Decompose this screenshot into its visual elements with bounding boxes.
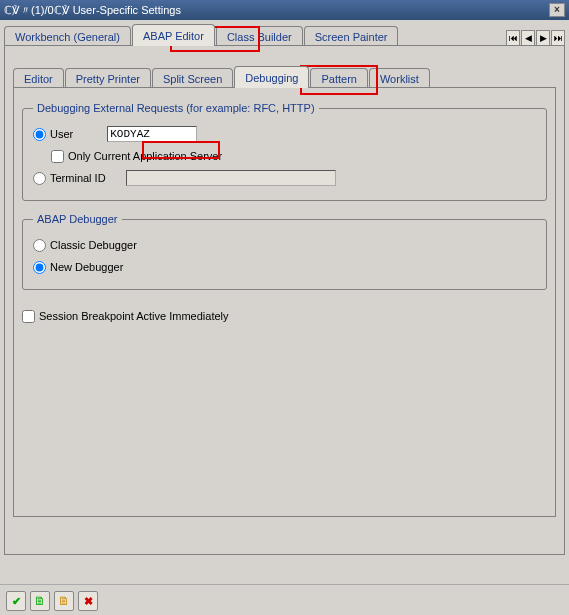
radio-new-debugger[interactable]	[33, 261, 46, 274]
checkbox-session-breakpoint[interactable]	[22, 310, 35, 323]
radio-classic-debugger[interactable]	[33, 239, 46, 252]
cancel-icon: ✖	[84, 595, 93, 608]
sub-tab-pretty-printer[interactable]: Pretty Printer	[65, 68, 151, 88]
tab-abap-editor[interactable]: ABAP Editor	[132, 24, 215, 46]
sub-tab-debugging[interactable]: Debugging	[234, 66, 309, 88]
tab-workbench[interactable]: Workbench (General)	[4, 26, 131, 46]
checkbox-only-current[interactable]	[51, 150, 64, 163]
group-abap-debugger: ABAP Debugger Classic Debugger New Debug…	[22, 213, 547, 290]
group-external-requests: Debugging External Requests (for example…	[22, 102, 547, 201]
label-new-debugger: New Debugger	[50, 261, 123, 273]
diskette-arrow-icon: 🗎	[58, 594, 70, 608]
separator	[0, 584, 569, 585]
tab-scroll-right-icon[interactable]: ▶	[536, 30, 550, 46]
sub-tab-body: Debugging External Requests (for example…	[13, 87, 556, 517]
sub-tab-editor[interactable]: Editor	[13, 68, 64, 88]
diskette-green-icon: 🗎	[34, 594, 46, 608]
label-user: User	[50, 128, 73, 140]
group-external-legend: Debugging External Requests (for example…	[33, 102, 319, 114]
bottom-toolbar: ✔ 🗎 🗎 ✖	[6, 591, 98, 611]
label-classic-debugger: Classic Debugger	[50, 239, 137, 251]
window: ℂ℣〃(1)/0ℂ℣ User-Specific Settings × Work…	[0, 0, 569, 615]
close-button[interactable]: ×	[549, 3, 565, 17]
radio-terminal-id[interactable]	[33, 172, 46, 185]
window-title: ℂ℣〃(1)/0ℂ℣ User-Specific Settings	[4, 3, 549, 18]
user-input[interactable]	[107, 126, 197, 142]
titlebar: ℂ℣〃(1)/0ℂ℣ User-Specific Settings ×	[0, 0, 569, 20]
cancel-button[interactable]: ✖	[78, 591, 98, 611]
label-terminal-id: Terminal ID	[50, 172, 106, 184]
tab-screen-painter[interactable]: Screen Painter	[304, 26, 399, 46]
save-button[interactable]: 🗎	[30, 591, 50, 611]
sub-tab-split-screen[interactable]: Split Screen	[152, 68, 233, 88]
terminal-id-input[interactable]	[126, 170, 336, 186]
check-icon: ✔	[12, 595, 21, 608]
sub-tabstrip: Editor Pretty Printer Split Screen Debug…	[13, 66, 556, 88]
group-abap-legend: ABAP Debugger	[33, 213, 122, 225]
main-tab-body: Editor Pretty Printer Split Screen Debug…	[4, 45, 565, 555]
content: Workbench (General) ABAP Editor Class Bu…	[0, 20, 569, 585]
label-only-current: Only Current Application Server	[68, 150, 222, 162]
radio-user[interactable]	[33, 128, 46, 141]
tab-scroll-first-icon[interactable]: ⏮	[506, 30, 520, 46]
sub-tab-pattern[interactable]: Pattern	[310, 68, 367, 88]
ok-button[interactable]: ✔	[6, 591, 26, 611]
label-session-breakpoint: Session Breakpoint Active Immediately	[39, 310, 229, 322]
tab-scroll: ⏮ ◀ ▶ ⏭	[506, 30, 565, 46]
tab-class-builder[interactable]: Class Builder	[216, 26, 303, 46]
tab-scroll-last-icon[interactable]: ⏭	[551, 30, 565, 46]
main-tabstrip: Workbench (General) ABAP Editor Class Bu…	[4, 24, 565, 46]
tab-scroll-left-icon[interactable]: ◀	[521, 30, 535, 46]
sub-tab-worklist[interactable]: Worklist	[369, 68, 430, 88]
save-as-button[interactable]: 🗎	[54, 591, 74, 611]
